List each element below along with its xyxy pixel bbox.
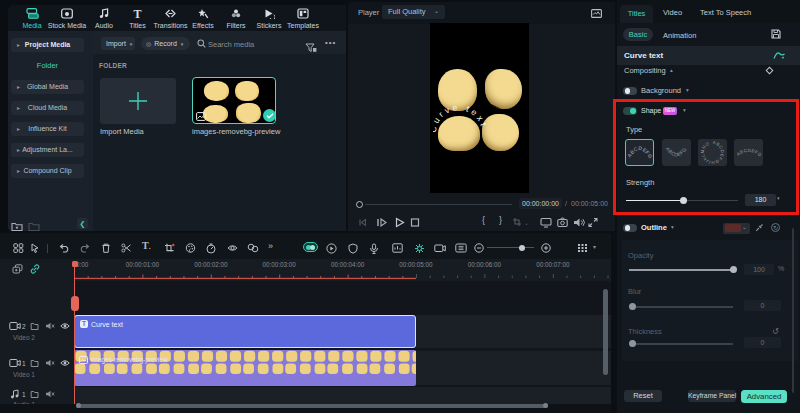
svg-text:00:00:05:00: 00:00:05:00	[399, 261, 433, 268]
svg-text:00:00:02:00: 00:00:02:00	[194, 261, 228, 268]
svg-text:Curve text: Curve text	[433, 104, 489, 133]
svg-text:ABCDEFGHIJKLMNO: ABCDEFGHIJKLMNO	[699, 140, 724, 165]
svg-text:00:00:03:00: 00:00:03:00	[263, 261, 297, 268]
svg-text:00:00:01:00: 00:00:01:00	[126, 261, 160, 268]
svg-text:00:00:07:00: 00:00:07:00	[536, 261, 570, 268]
svg-text:ABCDEFGH: ABCDEFGH	[734, 139, 763, 158]
svg-text:ABCDEFG: ABCDEFG	[664, 146, 687, 158]
svg-text:0:00: 0:00	[76, 261, 89, 268]
svg-text:ABCDEFG: ABCDEFG	[625, 145, 653, 160]
svg-text:00:00:04:00: 00:00:04:00	[331, 261, 365, 268]
svg-text:00:00:06:00: 00:00:06:00	[468, 261, 502, 268]
